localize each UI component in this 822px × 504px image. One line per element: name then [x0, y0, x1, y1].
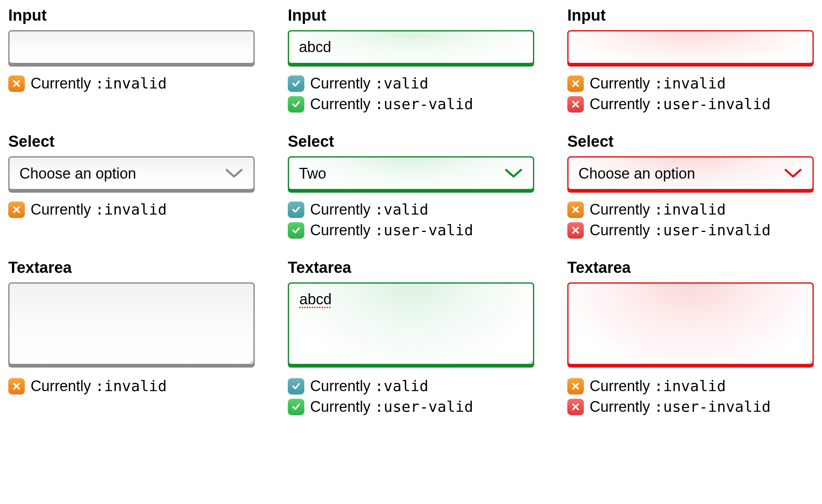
status-list: Currently :invalid [8, 377, 255, 395]
status-list: Currently :valid Currently :user-valid [288, 75, 534, 113]
status-text: Currently :valid [310, 377, 428, 395]
cross-icon [8, 378, 25, 394]
check-icon [288, 399, 304, 415]
input-cell-2: Input Currently :valid Currently :user-v… [288, 7, 534, 113]
status-text: Currently :invalid [590, 377, 726, 395]
status-list: Currently :invalid Currently :user-inval… [567, 377, 814, 416]
select-wrap: Choose an option [8, 156, 255, 190]
cross-icon [567, 75, 584, 92]
textarea-cell-2: Textarea abcd abcd Currently :valid Curr… [288, 259, 534, 416]
textarea-cell-3: Textarea Currently :invalid Currently :u… [567, 259, 814, 416]
cross-icon [567, 399, 584, 415]
cross-icon [567, 222, 584, 239]
status-line-user-valid: Currently :user-valid [288, 96, 534, 113]
status-line-invalid: Currently :invalid [8, 201, 255, 218]
textarea-2[interactable]: abcd [288, 282, 534, 365]
text-input-2[interactable] [288, 30, 534, 64]
status-list: Currently :valid Currently :user-valid [288, 201, 534, 239]
status-text: Currently :user-invalid [590, 222, 771, 239]
cross-icon [8, 201, 25, 218]
select-cell-1: Select Choose an option Currently :inval… [8, 133, 255, 239]
textarea-3[interactable] [567, 282, 814, 365]
cross-icon [567, 378, 584, 394]
textarea-1[interactable] [8, 282, 255, 365]
text-input-1[interactable] [8, 30, 255, 64]
input-cell-3: Input Currently :invalid Currently :user… [567, 7, 814, 113]
status-line-user-valid: Currently :user-valid [288, 398, 534, 416]
textarea-wrap [8, 282, 255, 367]
status-list: Currently :invalid Currently :user-inval… [567, 201, 814, 239]
textarea-wrap [567, 282, 814, 367]
select-wrap: Two [288, 156, 534, 190]
status-line-valid: Currently :valid [288, 75, 534, 92]
label-textarea: Textarea [567, 259, 814, 277]
status-text: Currently :valid [310, 75, 428, 92]
check-icon [288, 96, 304, 112]
label-select: Select [567, 133, 814, 150]
cross-icon [8, 75, 25, 92]
select-1[interactable]: Choose an option [8, 156, 255, 190]
demo-grid: Input Currently :invalid Input Currently… [8, 7, 814, 416]
status-text: Currently :user-invalid [590, 96, 771, 113]
status-line-invalid: Currently :invalid [8, 75, 255, 92]
status-line-invalid: Currently :invalid [567, 377, 814, 395]
select-3[interactable]: Choose an option [567, 156, 814, 190]
status-line-invalid: Currently :invalid [567, 75, 814, 92]
cross-icon [567, 96, 584, 112]
status-line-valid: Currently :valid [288, 377, 534, 395]
status-text: Currently :invalid [31, 377, 167, 395]
textarea-cell-1: Textarea Currently :invalid [8, 259, 255, 416]
status-list: Currently :invalid [8, 201, 255, 218]
label-select: Select [8, 133, 255, 150]
status-text: Currently :user-invalid [590, 398, 771, 416]
status-text: Currently :invalid [590, 201, 726, 218]
label-textarea: Textarea [8, 259, 255, 277]
check-icon [288, 201, 304, 218]
status-text: Currently :invalid [31, 201, 167, 218]
label-input: Input [288, 7, 534, 24]
select-2[interactable]: Two [288, 156, 534, 190]
select-wrap: Choose an option [567, 156, 814, 190]
status-list: Currently :invalid [8, 75, 255, 92]
status-line-valid: Currently :valid [288, 201, 534, 218]
status-list: Currently :invalid Currently :user-inval… [567, 75, 814, 113]
status-line-user-valid: Currently :user-valid [288, 222, 534, 239]
check-icon [288, 222, 304, 239]
status-list: Currently :valid Currently :user-valid [288, 377, 534, 416]
status-text: Currently :valid [310, 201, 428, 218]
label-select: Select [288, 133, 534, 150]
status-line-invalid: Currently :invalid [567, 201, 814, 218]
input-cell-1: Input Currently :invalid [8, 7, 255, 113]
status-text: Currently :invalid [590, 75, 726, 92]
status-text: Currently :invalid [31, 75, 167, 92]
label-textarea: Textarea [288, 259, 534, 277]
status-line-user-invalid: Currently :user-invalid [567, 398, 814, 416]
status-text: Currently :user-valid [310, 398, 473, 416]
status-line-user-invalid: Currently :user-invalid [567, 222, 814, 239]
label-input: Input [8, 7, 255, 24]
label-input: Input [567, 7, 814, 24]
check-icon [288, 75, 304, 92]
select-cell-2: Select Two Currently :valid Currently :u… [288, 133, 534, 239]
select-cell-3: Select Choose an option Currently :inval… [567, 133, 814, 239]
status-text: Currently :user-valid [310, 96, 473, 113]
status-line-user-invalid: Currently :user-invalid [567, 96, 814, 113]
status-text: Currently :user-valid [310, 222, 473, 239]
cross-icon [567, 201, 584, 218]
textarea-wrap: abcd abcd [288, 282, 534, 367]
text-input-3[interactable] [567, 30, 814, 64]
check-icon [288, 378, 304, 394]
status-line-invalid: Currently :invalid [8, 377, 255, 395]
